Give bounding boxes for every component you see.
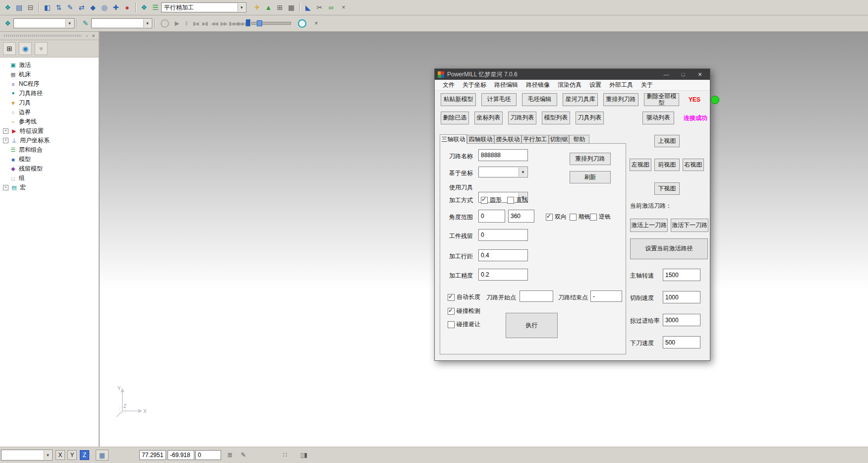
bidirectional-checkbox[interactable]: 双向	[546, 213, 567, 221]
activate-next-path-button[interactable]: 激活下一刀路	[671, 219, 708, 232]
tree-item[interactable]: ☰层和组合	[1, 145, 98, 155]
tab-parallel[interactable]: 平行加工	[521, 135, 549, 144]
bird-icon[interactable]: ✈	[251, 2, 263, 13]
maximize-button[interactable]: □	[676, 69, 690, 79]
path-end-input[interactable]	[590, 290, 622, 302]
checkbox-icon[interactable]	[448, 294, 455, 301]
step-back-button[interactable]: ▮◀	[191, 19, 200, 28]
checkbox-icon[interactable]	[448, 308, 455, 315]
chevron-down-icon[interactable]: ▼	[143, 19, 151, 27]
strategy-doc-icon[interactable]: ☰	[150, 2, 161, 13]
stats-icon[interactable]: ▲	[263, 2, 274, 13]
minimize-button[interactable]: —	[659, 69, 673, 79]
tool-swap-icon[interactable]: ⇄	[76, 2, 87, 13]
tree-item[interactable]: +▤宏	[1, 183, 98, 192]
conventional-checkbox[interactable]: 逆铣	[590, 213, 611, 221]
chevron-down-icon[interactable]: ▼	[237, 3, 245, 11]
checkbox-icon[interactable]	[570, 214, 577, 221]
tree-item[interactable]: ▼刀具	[1, 98, 98, 108]
transform-icon[interactable]: ⇅	[53, 2, 64, 13]
tree-item[interactable]: +▶特征设置	[1, 126, 98, 136]
checkbox-icon[interactable]	[448, 321, 455, 328]
delete-selected-button[interactable]: 删除已选	[441, 112, 469, 124]
clip-icon[interactable]: ✂	[314, 2, 325, 13]
axis-y-button[interactable]: Y	[67, 450, 77, 460]
panel-grip[interactable]	[4, 35, 82, 37]
dotted-grid-icon[interactable]: ∷	[281, 451, 289, 459]
tab-help[interactable]: 帮助	[569, 135, 589, 144]
brush-icon[interactable]: ✎	[80, 18, 91, 29]
menu-settings[interactable]: 设置	[585, 81, 605, 89]
edit-block-button[interactable]: 毛坯编辑	[522, 93, 557, 106]
reorder-paths-button[interactable]: 重排列刀路	[603, 93, 638, 106]
menu-render[interactable]: 渲染仿真	[554, 81, 585, 89]
delete-models-button[interactable]: 删除全部模型	[644, 93, 679, 106]
drafting-icon[interactable]: ✎	[239, 451, 248, 459]
stock-input[interactable]	[478, 229, 528, 241]
rewind-button[interactable]: ◀◀	[210, 19, 219, 28]
calculator-icon[interactable]: ▦	[286, 2, 297, 13]
globe-icon[interactable]: ◉	[19, 42, 32, 55]
tree-item[interactable]: □组	[1, 174, 98, 183]
collision-avoid-checkbox[interactable]: 碰撞避让	[448, 320, 480, 329]
tree-item[interactable]: ▣激活	[1, 60, 98, 70]
cutting-speed-input[interactable]	[663, 291, 700, 303]
checkbox-icon[interactable]	[507, 197, 514, 204]
levels-icon[interactable]: ❖	[2, 18, 13, 29]
axis-x-button[interactable]: X	[56, 450, 65, 460]
chevron-down-icon[interactable]: ▼	[65, 19, 73, 27]
paste-model-button[interactable]: 粘贴新模型	[441, 93, 476, 106]
toolpath-edit-icon[interactable]: ✎	[64, 2, 76, 13]
save-icon[interactable]: ▤	[13, 2, 25, 13]
pin-icon[interactable]: ▫	[84, 33, 90, 39]
tree-item[interactable]: +⊥用户坐标系	[1, 136, 98, 145]
view-top-button[interactable]: 上视图	[654, 135, 680, 147]
view-left-button[interactable]: 左视图	[630, 159, 651, 171]
tree-item[interactable]: ▦机床	[1, 70, 98, 79]
go-start-button[interactable]: ▮◀◀	[229, 19, 238, 28]
chevron-down-icon[interactable]: ▼	[44, 451, 52, 460]
levels2-icon[interactable]: ❖	[138, 2, 150, 13]
expander-icon[interactable]: +	[3, 128, 8, 134]
model-list-button[interactable]: 模型列表	[542, 112, 570, 124]
lightbulb-icon[interactable]	[161, 19, 169, 28]
checkbox-icon[interactable]	[546, 214, 553, 221]
spindle-speed-input[interactable]	[663, 269, 700, 281]
device-icon[interactable]: ▯▮	[299, 451, 308, 459]
menu-mirror[interactable]: 路径镜像	[522, 81, 554, 89]
view-right-button[interactable]: 右视图	[683, 159, 704, 171]
path-list-button[interactable]: 刀路列表	[508, 112, 536, 124]
levels-icon[interactable]: ❖	[2, 2, 13, 13]
binoculars-icon[interactable]: ∞	[325, 2, 337, 13]
menu-coords[interactable]: 关于坐标	[459, 81, 490, 89]
cursor-z-field[interactable]	[195, 450, 221, 460]
angle-from-input[interactable]	[478, 210, 505, 223]
hierarchy-icon[interactable]: ⊞	[3, 42, 16, 55]
tree-item[interactable]: ≡NC程序	[1, 79, 98, 89]
close-button[interactable]: ×	[693, 69, 707, 79]
menu-path-edit[interactable]: 路径编辑	[490, 81, 522, 89]
strategy-combobox[interactable]: 平行精加工 ▼	[161, 2, 246, 12]
favorites-icon[interactable]: ♥	[35, 42, 48, 55]
line-checkbox[interactable]: 直线	[507, 196, 528, 204]
checkbox-icon[interactable]	[481, 197, 488, 204]
cursor-y-field[interactable]	[168, 450, 194, 460]
list-icon[interactable]: ≣	[226, 451, 234, 459]
measure-icon[interactable]: ◣	[302, 2, 314, 13]
close-icon[interactable]: ×	[90, 33, 97, 39]
activate-prev-path-button[interactable]: 激活上一刀路	[630, 219, 668, 232]
play-button[interactable]: ▶	[172, 19, 181, 28]
simulation-combobox[interactable]: ▼	[91, 18, 152, 28]
expander-icon[interactable]: +	[3, 138, 8, 143]
skim-feed-input[interactable]	[663, 314, 700, 326]
refresh-button[interactable]: 刷新	[570, 171, 611, 183]
user-icon[interactable]: ●	[121, 2, 133, 13]
view-front-button[interactable]: 前视图	[654, 159, 680, 171]
step-forward-button[interactable]: ▶▮	[200, 19, 210, 28]
panel-header[interactable]: ▫ ×	[0, 32, 99, 40]
toolpath-name-input[interactable]	[478, 149, 528, 161]
ncprogram-combobox[interactable]: ▼	[13, 18, 74, 28]
path-start-input[interactable]	[520, 290, 553, 302]
tab-3axis[interactable]: 三轴联动	[440, 134, 467, 144]
boundary-icon[interactable]: ◎	[99, 2, 110, 13]
